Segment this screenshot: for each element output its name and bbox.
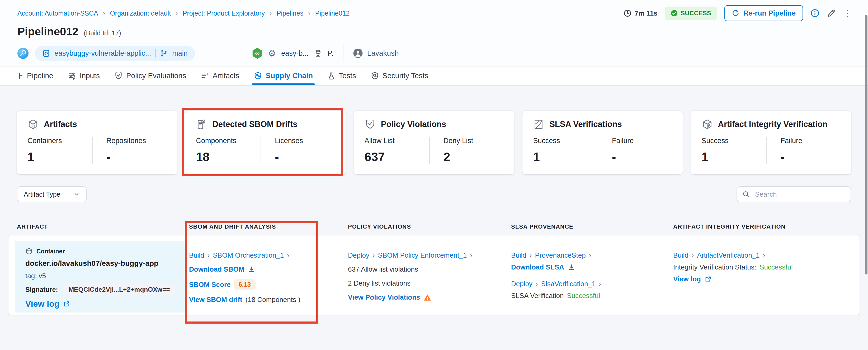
step-link[interactable]: SlsaVerification_1 — [541, 280, 596, 288]
artifact-type-label: Container — [36, 248, 65, 255]
download-slsa-link[interactable]: Download SLSA — [511, 263, 575, 271]
tab-artifacts[interactable]: Artifacts — [201, 66, 239, 85]
col-artifact: ARTIFACT — [17, 223, 189, 230]
view-policy-violations-link[interactable]: View Policy Violations — [348, 293, 420, 301]
build-id: (Build Id: 17) — [84, 29, 121, 37]
tab-tests[interactable]: Tests — [328, 66, 356, 85]
col-policy-violations: POLICY VIOLATIONS — [348, 223, 511, 230]
artifact-image-name: docker.io/lavakush07/easy-buggy-app — [25, 259, 180, 268]
stage-link[interactable]: Deploy — [511, 280, 532, 288]
stage-link[interactable]: Build — [511, 251, 526, 259]
search-input[interactable] — [754, 190, 845, 199]
inputs-icon — [68, 72, 76, 80]
gear-icon: ⚙ — [268, 49, 276, 58]
artifact-tag: tag: v5 — [25, 272, 180, 280]
repository-icon — [42, 50, 50, 57]
breadcrumb-account[interactable]: Account: Automation-SSCA — [18, 9, 98, 17]
integrity-status: Successful — [760, 263, 793, 271]
tab-policy-evaluations[interactable]: Policy Evaluations — [115, 66, 186, 85]
page-header: Account: Automation-SSCA › Organization:… — [0, 0, 868, 66]
view-log-link[interactable]: View log — [673, 275, 711, 283]
pill-divider — [155, 49, 156, 58]
ci-module-icon — [18, 48, 29, 59]
drift-components-note: (18 Components ) — [246, 296, 301, 304]
table-row: Container docker.io/lavakush07/easy-bugg… — [8, 235, 860, 315]
service-name[interactable]: easy-b... — [281, 50, 309, 58]
tab-bar: Pipeline Inputs Policy Evaluations Artif… — [0, 66, 868, 86]
status-badge: SUCCESS — [665, 7, 717, 20]
repo-name[interactable]: easybuggy-vulnerable-applic... — [54, 50, 151, 58]
user-name: Lavakush — [367, 49, 399, 58]
pipeline-icon — [16, 72, 23, 79]
stat-label: Deny List — [443, 137, 499, 145]
download-icon — [248, 266, 255, 273]
artifact-integrity-cell: Build › ArtifactVerification_1 › Integri… — [673, 235, 860, 318]
stat-value: - — [780, 150, 836, 164]
integrity-status-label: Integrity Verification Status: — [673, 263, 756, 271]
download-sbom-link[interactable]: Download SBOM — [189, 265, 255, 274]
edit-pencil-icon[interactable] — [827, 9, 836, 18]
allow-list-violations: 637 Allow list violations — [348, 265, 511, 274]
search-box[interactable] — [737, 186, 851, 202]
warning-triangle-icon — [424, 293, 431, 301]
slsa-verification-label: SLSA Verification — [511, 292, 564, 300]
breadcrumb-separator: › — [308, 9, 310, 18]
sbom-document-icon — [196, 119, 207, 130]
stat-label: Success — [702, 137, 762, 145]
card-slsa-verifications: SLSA Verifications Success1 Failure- — [522, 111, 682, 174]
external-link-icon — [705, 276, 711, 283]
stat-label: Containers — [27, 137, 88, 145]
branch-name[interactable]: main — [172, 50, 188, 58]
triggered-by-user: Lavakush — [353, 48, 399, 58]
step-separator: › — [530, 251, 532, 259]
external-link-icon — [63, 300, 70, 308]
vertical-scrollbar[interactable] — [865, 15, 867, 275]
cube-icon — [27, 119, 38, 130]
stat-value: 1 — [702, 150, 762, 164]
stat-label: Allow List — [365, 137, 425, 145]
env-name[interactable]: P. — [328, 50, 334, 58]
stage-link[interactable]: Deploy — [348, 251, 369, 259]
stage-link[interactable]: Build — [189, 251, 204, 259]
artifact-cell: Container docker.io/lavakush07/easy-bugg… — [15, 241, 185, 313]
tab-security-tests[interactable]: Security Tests — [371, 66, 429, 85]
sbom-score-link[interactable]: SBOM Score — [189, 281, 231, 289]
info-icon[interactable] — [810, 9, 819, 18]
breadcrumb-pipelines[interactable]: Pipelines — [277, 9, 303, 17]
stage-link[interactable]: Build — [673, 251, 688, 259]
view-sbom-drift-link[interactable]: View SBOM drift — [189, 296, 242, 304]
stat-value: 2 — [443, 150, 499, 164]
stat-value: 18 — [196, 150, 256, 164]
card-detected-sbom-drifts: Detected SBOM Drifts Components18 Licens… — [185, 111, 345, 174]
artifact-type-select[interactable]: Artifact Type — [17, 186, 87, 202]
step-separator: › — [287, 251, 289, 259]
git-branch-icon — [160, 50, 168, 57]
breadcrumb-separator: › — [270, 9, 272, 18]
tab-supply-chain[interactable]: Supply Chain — [254, 66, 313, 85]
shield-check-icon — [365, 119, 376, 130]
view-log-link[interactable]: View log — [25, 299, 70, 309]
stat-value: - — [612, 150, 668, 164]
deny-list-violations: 2 Deny list violations — [348, 279, 511, 287]
stat-value: 1 — [533, 150, 593, 164]
stat-label: Failure — [780, 137, 836, 145]
cube-icon — [702, 119, 713, 130]
breadcrumb-pipeline012[interactable]: Pipeline012 — [315, 9, 350, 17]
tab-inputs[interactable]: Inputs — [68, 66, 100, 85]
stat-label: Components — [196, 137, 256, 145]
kebab-menu-icon[interactable]: ⋮ — [843, 9, 852, 18]
step-link[interactable]: SBOM Policy Enforcement_1 — [378, 251, 467, 259]
breadcrumb-separator: › — [176, 9, 178, 18]
filter-bar: Artifact Type — [17, 186, 851, 202]
breadcrumb-organization[interactable]: Organization: default — [110, 9, 171, 17]
step-separator: › — [470, 251, 472, 259]
tab-pipeline[interactable]: Pipeline — [16, 66, 53, 85]
step-link[interactable]: SBOM Orchestration_1 — [213, 251, 284, 259]
clock-icon — [624, 9, 631, 17]
breadcrumb-project[interactable]: Project: Product Exploratory — [183, 9, 265, 17]
repo-branch-pill[interactable]: easybuggy-vulnerable-applic... main — [35, 46, 195, 61]
step-link[interactable]: ArtifactVerification_1 — [697, 251, 760, 259]
rerun-pipeline-button[interactable]: Re-run Pipeline — [724, 5, 803, 21]
delegate-icon — [314, 49, 322, 58]
step-link[interactable]: ProvenanceStep — [535, 251, 586, 259]
